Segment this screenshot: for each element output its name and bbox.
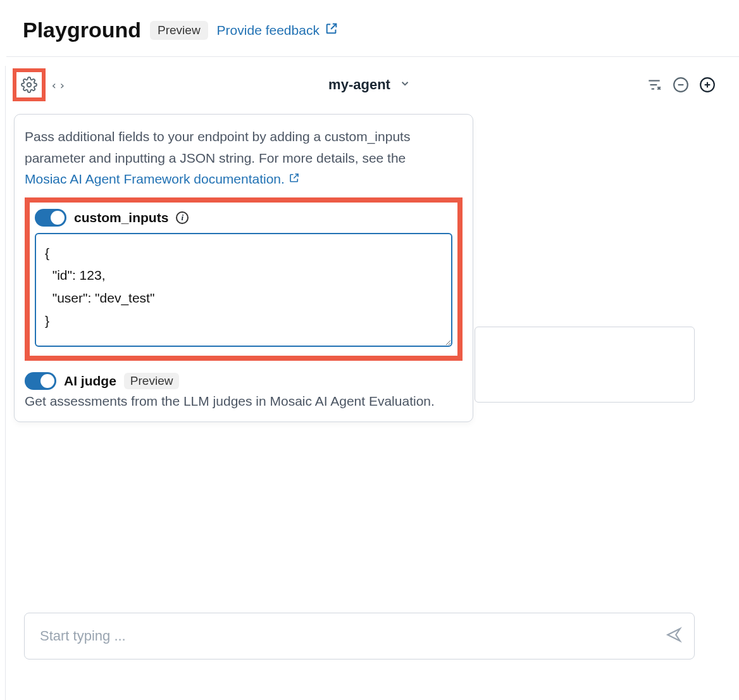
custom-inputs-toggle-row: custom_inputs i (35, 209, 452, 227)
desc-prefix: Pass additional fields to your endpoint … (25, 129, 410, 165)
custom-inputs-label: custom_inputs (74, 210, 168, 225)
settings-popover: Pass additional fields to your endpoint … (14, 114, 473, 422)
chevron-down-icon (399, 77, 411, 93)
custom-inputs-highlight-box: custom_inputs i (25, 197, 463, 361)
ai-judge-label: AI judge (64, 373, 116, 389)
chevron-right-icon: › (59, 78, 66, 92)
plus-circle-icon[interactable] (699, 76, 716, 94)
agent-selector[interactable]: my-agent (328, 77, 411, 93)
external-link-icon (325, 22, 338, 39)
minus-circle-icon[interactable] (672, 76, 690, 94)
documentation-link[interactable]: Mosiac AI Agent Framework documentation. (25, 168, 300, 190)
code-toggle-button[interactable]: ‹ › (51, 78, 66, 92)
send-button[interactable] (666, 627, 682, 646)
playground-toolbar: ‹ › my-agent (0, 57, 739, 105)
info-icon[interactable]: i (176, 211, 189, 224)
page-title: Playground (23, 18, 141, 42)
custom-inputs-json-field[interactable] (35, 233, 452, 347)
ai-judge-toggle-row: AI judge Preview (25, 372, 463, 390)
external-link-icon (289, 168, 300, 190)
custom-inputs-toggle[interactable] (35, 209, 66, 227)
chat-input[interactable] (24, 613, 695, 659)
chevron-left-icon: ‹ (51, 78, 58, 92)
custom-inputs-description: Pass additional fields to your endpoint … (25, 126, 463, 190)
svg-point-0 (27, 83, 32, 87)
ai-judge-desc: Get assessments from the LLM judges in M… (25, 394, 463, 409)
response-area-placeholder (475, 327, 695, 403)
preview-badge: Preview (150, 21, 208, 40)
agent-name-label: my-agent (328, 77, 390, 93)
chat-input-wrapper (24, 613, 695, 659)
gear-highlight-box (13, 68, 46, 101)
provide-feedback-link[interactable]: Provide feedback (217, 22, 338, 39)
doc-link-text: Mosiac AI Agent Framework documentation. (25, 168, 285, 190)
feedback-link-label: Provide feedback (217, 23, 320, 38)
send-icon (666, 634, 682, 645)
toolbar-right-group (645, 76, 716, 94)
ai-judge-toggle[interactable] (25, 372, 56, 390)
page-header: Playground Preview Provide feedback (0, 0, 739, 56)
ai-judge-preview-badge: Preview (124, 373, 180, 389)
left-divider (5, 66, 6, 700)
clear-filter-icon[interactable] (645, 76, 663, 94)
gear-icon[interactable] (20, 76, 38, 94)
